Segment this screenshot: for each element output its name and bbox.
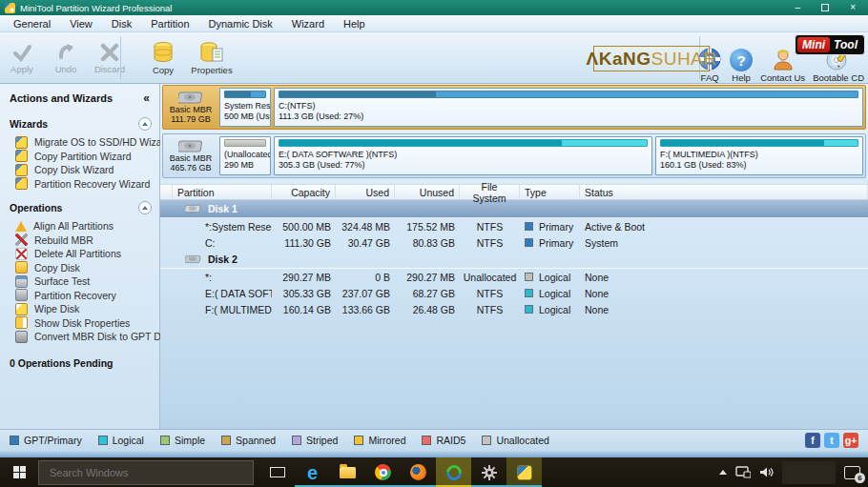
- sidebar-item-surface-test[interactable]: Surface Test: [0, 274, 159, 289]
- sidebar-item-convert-mbr-gpt[interactable]: Convert MBR Disk to GPT Disk: [0, 330, 159, 344]
- sidebar-item-partition-recovery-wizard[interactable]: Partition Recovery Wizard: [0, 177, 159, 192]
- sidebar-item-copy-partition-wizard[interactable]: Copy Partition Wizard: [0, 150, 159, 164]
- taskbar-app-chrome[interactable]: [365, 457, 401, 487]
- sidebar-item-copy-disk[interactable]: Copy Disk: [0, 261, 159, 275]
- table-row[interactable]: E:( DATA SOFTWARE ) 305.33 GB 237.07 GB …: [160, 285, 868, 301]
- app-icon: [5, 3, 15, 13]
- taskbar-app-settings[interactable]: [471, 457, 506, 487]
- taskbar-search[interactable]: [38, 460, 254, 485]
- legend-spanned: Spanned: [221, 435, 276, 446]
- collapse-section-icon[interactable]: [138, 201, 152, 214]
- sidebar-item-copy-disk-wizard[interactable]: Copy Disk Wizard: [0, 163, 159, 177]
- copy-button[interactable]: Copy: [143, 41, 183, 75]
- taskbar-app-firefox[interactable]: [401, 457, 436, 487]
- column-capacity[interactable]: Capacity: [272, 185, 336, 199]
- type-color-square: [525, 238, 533, 247]
- taskbar-app-idm[interactable]: [436, 457, 471, 487]
- menu-item-general[interactable]: General: [4, 18, 60, 30]
- collapse-panel-icon[interactable]: «: [143, 91, 150, 105]
- menubar: General View Disk Partition Dynamic Disk…: [0, 15, 868, 32]
- disk-row-1[interactable]: Basic MBR 111.79 GB System Reserv 500 MB…: [162, 85, 866, 130]
- wizards-section-header[interactable]: Wizards: [0, 112, 159, 135]
- column-status[interactable]: Status: [580, 185, 868, 199]
- wizard-icon: [15, 136, 28, 149]
- window-title: MiniTool Partition Wizard Professional: [20, 3, 172, 13]
- table-row[interactable]: *: 290.27 MB 0 B 290.27 MB Unallocated L…: [160, 269, 868, 285]
- legend-mirrored: Mirrored: [354, 435, 405, 446]
- sidebar-item-show-disk-properties[interactable]: Show Disk Properties: [0, 316, 159, 331]
- menu-item-partition[interactable]: Partition: [141, 18, 198, 30]
- action-center-icon[interactable]: 6: [844, 466, 860, 479]
- collapse-section-icon[interactable]: [138, 117, 152, 131]
- search-input[interactable]: [50, 467, 253, 478]
- volume-icon[interactable]: [759, 466, 774, 478]
- column-used[interactable]: Used: [336, 185, 395, 199]
- disk-1-group-row[interactable]: Disk 1: [160, 200, 868, 218]
- taskbar-app-edge[interactable]: e: [295, 457, 330, 487]
- disk-2-label: Basic MBR 465.76 GB: [165, 136, 217, 175]
- legend-simple: Simple: [160, 435, 205, 446]
- sidebar-item-partition-recovery[interactable]: Partition Recovery: [0, 289, 159, 303]
- column-unused[interactable]: Unused: [395, 185, 460, 199]
- help-button[interactable]: ? Help: [730, 49, 753, 83]
- wrench-icon: [15, 233, 28, 246]
- properties-button[interactable]: Properties: [187, 41, 237, 75]
- surface-test-icon: [15, 275, 28, 288]
- screen: MiniTool Partition Wizard Professional –…: [0, 0, 868, 487]
- type-color-square: [525, 305, 533, 314]
- display-icon[interactable]: [735, 466, 751, 478]
- discard-button[interactable]: Discard: [90, 42, 130, 74]
- column-file-system[interactable]: File System: [460, 185, 520, 199]
- menu-item-help[interactable]: Help: [334, 18, 375, 30]
- maximize-button[interactable]: [821, 4, 829, 11]
- partition-block-unallocated[interactable]: (Unallocated) 290 MB: [219, 136, 271, 175]
- wizard-icon: [15, 164, 28, 176]
- partition-block-c[interactable]: C:(NTFS) 111.3 GB (Used: 27%): [274, 88, 863, 127]
- menu-item-wizard[interactable]: Wizard: [282, 18, 334, 30]
- recovery-icon: [15, 289, 28, 301]
- window-bottom-border: [0, 451, 868, 457]
- convert-icon: [15, 331, 28, 343]
- sidebar-item-align-all[interactable]: Align All Partitions: [0, 219, 159, 233]
- hard-disk-icon: [185, 204, 201, 213]
- menu-item-disk[interactable]: Disk: [102, 18, 141, 30]
- minimize-button[interactable]: –: [796, 3, 801, 12]
- facebook-icon[interactable]: f: [805, 433, 820, 448]
- disk-row-2[interactable]: Basic MBR 465.76 GB (Unallocated) 290 MB…: [162, 133, 866, 178]
- disk-2-group-row[interactable]: Disk 2: [160, 251, 868, 269]
- partition-block-e[interactable]: E:( DATA SOFTWARE )(NTFS) 305.3 GB (Used…: [274, 136, 652, 175]
- watermark: ΛKaNGSUHAR: [593, 46, 710, 71]
- sidebar-item-rebuild-mbr[interactable]: Rebuild MBR: [0, 233, 159, 248]
- apply-button[interactable]: Apply: [2, 42, 42, 74]
- start-button[interactable]: [0, 457, 38, 487]
- menu-item-dynamic-disk[interactable]: Dynamic Disk: [199, 18, 282, 30]
- clock-redacted[interactable]: [782, 461, 836, 484]
- sidebar-item-delete-all[interactable]: Delete All Partitions: [0, 247, 159, 261]
- social-links: f t g+: [805, 433, 858, 448]
- table-row[interactable]: *:System Reserved 500.00 MB 324.48 MB 17…: [160, 218, 868, 234]
- hidden-icons-chevron[interactable]: [719, 470, 727, 475]
- undo-button[interactable]: Undo: [46, 42, 86, 74]
- copy-disk-icon: [15, 261, 28, 274]
- wizard-icon: [15, 150, 28, 162]
- twitter-icon[interactable]: t: [824, 433, 839, 448]
- operations-section-header[interactable]: Operations: [0, 196, 159, 219]
- column-partition[interactable]: Partition: [173, 185, 272, 199]
- partition-block-system-reserved[interactable]: System Reserv 500 MB (Used:: [219, 88, 271, 127]
- table-row[interactable]: C: 111.30 GB 30.47 GB 80.83 GB NTFS Prim…: [160, 234, 868, 251]
- partition-block-f[interactable]: F:( MULTIMEDIA )(NTFS) 160.1 GB (Used: 8…: [655, 136, 863, 175]
- disk-map: Basic MBR 111.79 GB System Reserv 500 MB…: [160, 84, 868, 182]
- menu-item-view[interactable]: View: [60, 18, 102, 30]
- sidebar-item-wipe-disk[interactable]: Wipe Disk: [0, 302, 159, 316]
- table-row[interactable]: F:( MULTIMEDIA ) 160.14 GB 133.66 GB 26.…: [160, 301, 868, 317]
- properties-icon: [199, 41, 224, 64]
- close-button[interactable]: ×: [850, 3, 856, 12]
- task-view-button[interactable]: [259, 457, 295, 487]
- column-type[interactable]: Type: [520, 185, 580, 199]
- taskbar-app-minitool[interactable]: [506, 457, 542, 487]
- google-plus-icon[interactable]: g+: [843, 433, 858, 448]
- gutter-column: [160, 185, 173, 199]
- taskbar-app-file-explorer[interactable]: [330, 457, 365, 487]
- sidebar-item-migrate-os[interactable]: Migrate OS to SSD/HD Wizard: [0, 135, 159, 150]
- folder-icon: [340, 467, 356, 478]
